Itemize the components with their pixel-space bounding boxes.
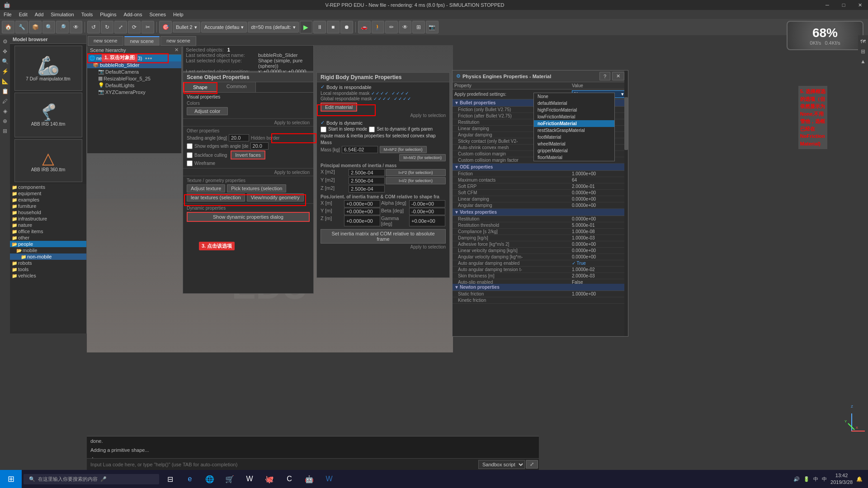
mm2-btn[interactable]: M=M*2 (for selection) <box>380 146 427 153</box>
scene-item-lights[interactable]: 💡 DefaultLights <box>87 82 181 89</box>
tree-office[interactable]: 📁 office items <box>10 228 86 235</box>
tb-cam1[interactable]: 🚗 <box>358 21 371 33</box>
opt-low-friction[interactable]: lowFrictionMaterial <box>534 113 614 120</box>
scene-item-proxy[interactable]: 📷 XYZCameraProxy <box>87 89 181 95</box>
menu-help[interactable]: Help <box>170 10 187 19</box>
minimize-btn[interactable]: ─ <box>819 0 835 10</box>
xi-input[interactable] <box>349 169 385 176</box>
newton-section-header[interactable]: ▼ Newton properties <box>453 284 628 291</box>
tb-word2[interactable]: W <box>320 470 338 488</box>
model-thumb-2[interactable]: 🦿 ABB IRB 140.ttm <box>14 93 82 138</box>
tb-edge[interactable]: e <box>181 470 199 488</box>
wireframe-check[interactable] <box>187 160 193 166</box>
gamma-input[interactable] <box>409 216 445 226</box>
right-icon-1[interactable]: 🗺 <box>859 37 868 46</box>
tb-icon12[interactable]: 🎯 <box>159 21 172 33</box>
menu-simulation[interactable]: Simulation <box>47 10 77 19</box>
start-button[interactable]: ⊞ <box>0 470 22 488</box>
mm-half-btn[interactable]: M=M/2 (for selection) <box>399 154 446 161</box>
tb-cam3[interactable]: 📷 <box>426 21 439 33</box>
opt-rest-stack[interactable]: restStackGraspMaterial <box>534 127 614 134</box>
shading-input[interactable] <box>229 134 249 141</box>
sidebar-icon-8[interactable]: ◈ <box>0 107 9 116</box>
scene-item-slider[interactable]: 📦 bubbleRob_Slider <box>87 61 181 68</box>
tab-common[interactable]: Common <box>217 82 256 92</box>
opt-wheel[interactable]: wheelMaterial <box>534 141 614 147</box>
edges-input[interactable] <box>250 142 269 150</box>
mass-input[interactable] <box>342 146 378 153</box>
console-input[interactable] <box>87 462 478 467</box>
sidebar-icon-9[interactable]: ⊕ <box>0 117 9 126</box>
tb-icon6[interactable]: 👁 <box>70 21 82 33</box>
y-input[interactable] <box>344 208 380 215</box>
yi-input[interactable] <box>349 177 385 184</box>
tb-icon7[interactable]: ↺ <box>87 21 100 33</box>
tb-word[interactable]: W <box>241 470 259 488</box>
sidebar-icon-1[interactable]: ⚙ <box>0 37 9 46</box>
pick-textures-btn[interactable]: Pick textures (selection <box>227 184 286 192</box>
opt-no-friction[interactable]: noFrictionMaterial <box>534 120 614 127</box>
dynamic-parent-check[interactable] <box>369 127 375 132</box>
menu-addons[interactable]: Add-ons <box>120 10 146 19</box>
sleep-check[interactable] <box>321 127 326 132</box>
taskbar-time[interactable]: 13:42 2019/3/28 <box>830 472 853 486</box>
menu-add[interactable]: Add <box>31 10 47 19</box>
invert-faces-btn[interactable]: Invert faces <box>231 150 265 160</box>
model-thumb-3[interactable]: △ ABB IRB 360.ttm <box>14 139 82 182</box>
menu-plugins[interactable]: Plugins <box>96 10 120 19</box>
right-icon-3[interactable]: ▲ <box>859 57 868 66</box>
alpha-input[interactable] <box>409 200 445 207</box>
tree-equipment[interactable]: 📁 equipment <box>10 190 86 197</box>
menu-tools[interactable]: Tools <box>78 10 97 19</box>
right-icon-2[interactable]: ⊞ <box>859 47 868 56</box>
scene-tab-3[interactable]: new scene <box>160 36 196 46</box>
sidebar-icon-7[interactable]: 🖊 <box>0 97 9 106</box>
i2-btn[interactable]: I=I/2 (for selection) <box>386 177 446 184</box>
tree-infrastructure[interactable]: 📁 infrastructure <box>10 216 86 222</box>
scene-tab-1[interactable]: new scene <box>88 36 123 46</box>
clear-textures-btn[interactable]: lear textures (selection <box>187 193 245 202</box>
tb-cmd[interactable]: C <box>280 470 298 488</box>
scene-item-floor[interactable]: ▦ ResizableFloor_5_25 <box>87 75 181 82</box>
tb-icon10[interactable]: ⟳ <box>128 21 141 33</box>
tb-network[interactable]: 🔊 <box>793 476 800 482</box>
tree-furniture[interactable]: 📁 furniture <box>10 203 86 209</box>
show-edges-check[interactable] <box>187 143 193 149</box>
ode-section-header[interactable]: ▼ ODE properties <box>453 164 628 171</box>
i1-btn[interactable]: I=I*2 (for selection) <box>386 169 446 176</box>
opt-foot[interactable]: footMaterial <box>534 134 614 141</box>
tb-icon8[interactable]: ↻ <box>101 21 113 33</box>
x-input[interactable] <box>344 200 380 207</box>
scene-tab-2[interactable]: new scene <box>124 36 160 46</box>
tb-icon4[interactable]: 🔍 <box>42 21 55 33</box>
tb-lang[interactable]: 中 <box>822 476 827 483</box>
vortex-section-header[interactable]: ▼ Vortex properties <box>453 209 628 216</box>
search-bar[interactable]: 🔍 在这里输入你要搜索的内容 🎤 <box>24 474 159 484</box>
sidebar-icon-10[interactable]: ⊞ <box>0 127 9 136</box>
scene-hierarchy-close[interactable]: ✕ <box>175 47 179 53</box>
window-controls[interactable]: ─ □ ✕ <box>819 0 868 10</box>
tb-grid[interactable]: ⊞ <box>412 21 425 33</box>
opt-gripper[interactable]: gripperMaterial <box>534 147 614 154</box>
tb-wifi[interactable]: 中 <box>813 476 818 483</box>
tb-volume[interactable]: 🔋 <box>803 476 810 482</box>
inertia-matrix-btn[interactable]: Set inertia matrix and COM relative to a… <box>321 229 446 244</box>
sidebar-icon-6[interactable]: 📋 <box>0 87 9 96</box>
tree-examples[interactable]: 📁 examples <box>10 197 86 203</box>
timestep-dropdown[interactable]: dt=50 ms (default: ▾ <box>248 22 298 33</box>
opt-floor[interactable]: floorMaterial <box>534 154 614 161</box>
tb-eye[interactable]: 👁 <box>399 21 411 33</box>
tree-household[interactable]: 📁 household <box>10 209 86 216</box>
record-btn[interactable]: ⏺ <box>340 21 353 33</box>
menu-file[interactable]: File <box>0 10 15 19</box>
tree-nature[interactable]: 📁 nature <box>10 222 86 228</box>
physics-help-btn[interactable]: ? <box>599 72 610 80</box>
tree-people[interactable]: 📂 people <box>10 241 86 247</box>
maximize-btn[interactable]: □ <box>835 0 852 10</box>
zi-input[interactable] <box>349 185 385 192</box>
tree-non-mobile[interactable]: 📁 non-mobile <box>10 253 86 260</box>
tree-mobile[interactable]: 📂 mobile <box>10 247 86 253</box>
dynamic-dialog-btn[interactable]: Show dynamic properties dialog <box>187 212 310 222</box>
tb-cam2[interactable]: 🚶 <box>372 21 384 33</box>
tb-github[interactable]: 🐙 <box>260 470 278 488</box>
